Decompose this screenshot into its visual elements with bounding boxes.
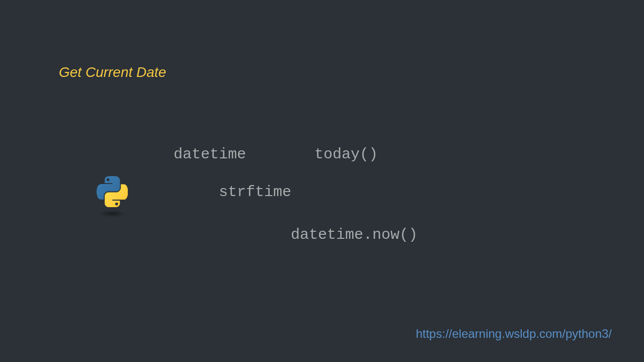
python-logo-icon (97, 176, 128, 216)
code-keyword-datetime: datetime (174, 146, 246, 163)
code-keyword-today: today() (314, 146, 378, 163)
slide-title: Get Current Date (59, 64, 166, 80)
source-url: https://elearning.wsldp.com/python3/ (416, 327, 612, 341)
code-keyword-datetime-now: datetime.now() (291, 226, 418, 243)
code-keyword-strftime: strftime (219, 184, 291, 201)
logo-shadow (98, 210, 126, 217)
